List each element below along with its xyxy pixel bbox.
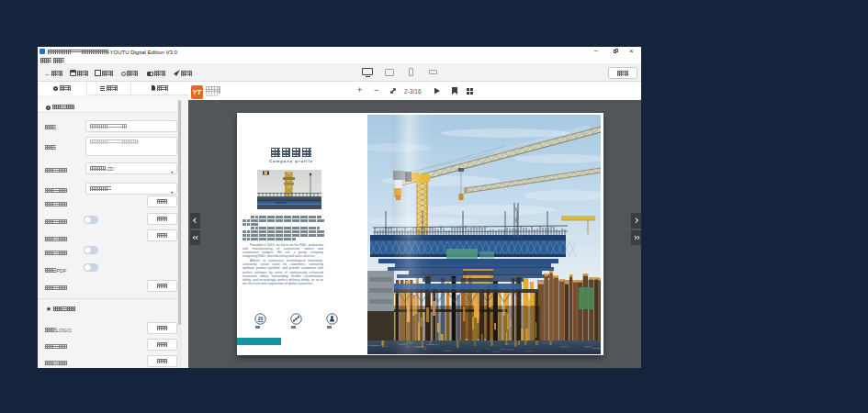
svg-text:20: 20 — [258, 316, 264, 321]
